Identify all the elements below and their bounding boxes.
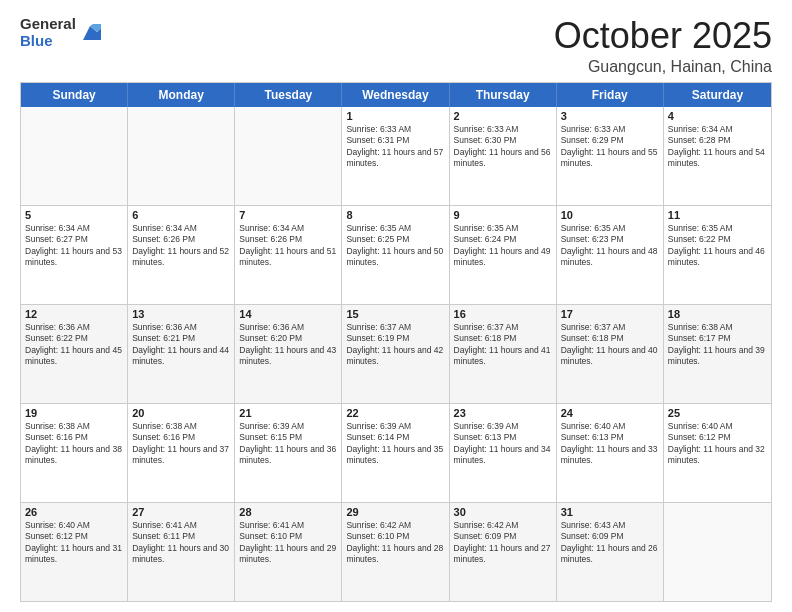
cell-info: Sunrise: 6:42 AMSunset: 6:09 PMDaylight:… [454, 520, 552, 566]
day-number: 7 [239, 209, 337, 221]
day-number: 25 [668, 407, 767, 419]
day-number: 8 [346, 209, 444, 221]
day-number: 13 [132, 308, 230, 320]
day-number: 27 [132, 506, 230, 518]
day-number: 31 [561, 506, 659, 518]
cell-info: Sunrise: 6:33 AMSunset: 6:30 PMDaylight:… [454, 124, 552, 170]
cal-cell-6: 6Sunrise: 6:34 AMSunset: 6:26 PMDaylight… [128, 206, 235, 304]
cell-info: Sunrise: 6:41 AMSunset: 6:11 PMDaylight:… [132, 520, 230, 566]
cal-cell-8: 8Sunrise: 6:35 AMSunset: 6:25 PMDaylight… [342, 206, 449, 304]
title-block: October 2025 Guangcun, Hainan, China [554, 16, 772, 76]
cal-cell-7: 7Sunrise: 6:34 AMSunset: 6:26 PMDaylight… [235, 206, 342, 304]
day-number: 29 [346, 506, 444, 518]
calendar-week-3: 12Sunrise: 6:36 AMSunset: 6:22 PMDayligh… [21, 304, 771, 403]
cell-info: Sunrise: 6:38 AMSunset: 6:16 PMDaylight:… [25, 421, 123, 467]
page: General Blue October 2025 Guangcun, Hain… [0, 0, 792, 612]
cal-cell-2: 2Sunrise: 6:33 AMSunset: 6:30 PMDaylight… [450, 107, 557, 205]
cal-cell-empty [664, 503, 771, 601]
day-number: 26 [25, 506, 123, 518]
logo-icon [79, 22, 101, 44]
day-number: 17 [561, 308, 659, 320]
cal-cell-10: 10Sunrise: 6:35 AMSunset: 6:23 PMDayligh… [557, 206, 664, 304]
cal-cell-19: 19Sunrise: 6:38 AMSunset: 6:16 PMDayligh… [21, 404, 128, 502]
day-number: 24 [561, 407, 659, 419]
cell-info: Sunrise: 6:39 AMSunset: 6:15 PMDaylight:… [239, 421, 337, 467]
cell-info: Sunrise: 6:36 AMSunset: 6:21 PMDaylight:… [132, 322, 230, 368]
cal-cell-empty [21, 107, 128, 205]
cal-cell-empty [235, 107, 342, 205]
cal-cell-11: 11Sunrise: 6:35 AMSunset: 6:22 PMDayligh… [664, 206, 771, 304]
cal-cell-31: 31Sunrise: 6:43 AMSunset: 6:09 PMDayligh… [557, 503, 664, 601]
cal-cell-23: 23Sunrise: 6:39 AMSunset: 6:13 PMDayligh… [450, 404, 557, 502]
cal-cell-21: 21Sunrise: 6:39 AMSunset: 6:15 PMDayligh… [235, 404, 342, 502]
cell-info: Sunrise: 6:36 AMSunset: 6:20 PMDaylight:… [239, 322, 337, 368]
cal-cell-1: 1Sunrise: 6:33 AMSunset: 6:31 PMDaylight… [342, 107, 449, 205]
cell-info: Sunrise: 6:36 AMSunset: 6:22 PMDaylight:… [25, 322, 123, 368]
logo: General Blue [20, 16, 101, 49]
day-number: 23 [454, 407, 552, 419]
cell-info: Sunrise: 6:34 AMSunset: 6:26 PMDaylight:… [239, 223, 337, 269]
cal-cell-4: 4Sunrise: 6:34 AMSunset: 6:28 PMDaylight… [664, 107, 771, 205]
day-number: 22 [346, 407, 444, 419]
cal-cell-20: 20Sunrise: 6:38 AMSunset: 6:16 PMDayligh… [128, 404, 235, 502]
day-number: 5 [25, 209, 123, 221]
day-number: 20 [132, 407, 230, 419]
day-number: 1 [346, 110, 444, 122]
cal-cell-27: 27Sunrise: 6:41 AMSunset: 6:11 PMDayligh… [128, 503, 235, 601]
cell-info: Sunrise: 6:33 AMSunset: 6:31 PMDaylight:… [346, 124, 444, 170]
cal-cell-30: 30Sunrise: 6:42 AMSunset: 6:09 PMDayligh… [450, 503, 557, 601]
day-number: 6 [132, 209, 230, 221]
cell-info: Sunrise: 6:43 AMSunset: 6:09 PMDaylight:… [561, 520, 659, 566]
cal-cell-24: 24Sunrise: 6:40 AMSunset: 6:13 PMDayligh… [557, 404, 664, 502]
day-number: 9 [454, 209, 552, 221]
day-number: 12 [25, 308, 123, 320]
cell-info: Sunrise: 6:35 AMSunset: 6:24 PMDaylight:… [454, 223, 552, 269]
calendar-header: SundayMondayTuesdayWednesdayThursdayFrid… [21, 83, 771, 107]
calendar-week-1: 1Sunrise: 6:33 AMSunset: 6:31 PMDaylight… [21, 107, 771, 205]
cell-info: Sunrise: 6:34 AMSunset: 6:26 PMDaylight:… [132, 223, 230, 269]
day-number: 4 [668, 110, 767, 122]
day-number: 15 [346, 308, 444, 320]
day-number: 21 [239, 407, 337, 419]
day-number: 3 [561, 110, 659, 122]
calendar-week-5: 26Sunrise: 6:40 AMSunset: 6:12 PMDayligh… [21, 502, 771, 601]
cal-cell-empty [128, 107, 235, 205]
cal-cell-5: 5Sunrise: 6:34 AMSunset: 6:27 PMDaylight… [21, 206, 128, 304]
cal-cell-25: 25Sunrise: 6:40 AMSunset: 6:12 PMDayligh… [664, 404, 771, 502]
cell-info: Sunrise: 6:34 AMSunset: 6:28 PMDaylight:… [668, 124, 767, 170]
location-subtitle: Guangcun, Hainan, China [554, 58, 772, 76]
day-number: 11 [668, 209, 767, 221]
cal-cell-29: 29Sunrise: 6:42 AMSunset: 6:10 PMDayligh… [342, 503, 449, 601]
calendar-body: 1Sunrise: 6:33 AMSunset: 6:31 PMDaylight… [21, 107, 771, 601]
cell-info: Sunrise: 6:37 AMSunset: 6:18 PMDaylight:… [561, 322, 659, 368]
day-header-sunday: Sunday [21, 83, 128, 107]
cal-cell-26: 26Sunrise: 6:40 AMSunset: 6:12 PMDayligh… [21, 503, 128, 601]
cal-cell-28: 28Sunrise: 6:41 AMSunset: 6:10 PMDayligh… [235, 503, 342, 601]
cell-info: Sunrise: 6:35 AMSunset: 6:25 PMDaylight:… [346, 223, 444, 269]
day-number: 2 [454, 110, 552, 122]
cell-info: Sunrise: 6:39 AMSunset: 6:14 PMDaylight:… [346, 421, 444, 467]
calendar-week-2: 5Sunrise: 6:34 AMSunset: 6:27 PMDaylight… [21, 205, 771, 304]
cell-info: Sunrise: 6:35 AMSunset: 6:23 PMDaylight:… [561, 223, 659, 269]
cell-info: Sunrise: 6:37 AMSunset: 6:19 PMDaylight:… [346, 322, 444, 368]
cell-info: Sunrise: 6:41 AMSunset: 6:10 PMDaylight:… [239, 520, 337, 566]
cal-cell-13: 13Sunrise: 6:36 AMSunset: 6:21 PMDayligh… [128, 305, 235, 403]
cell-info: Sunrise: 6:38 AMSunset: 6:17 PMDaylight:… [668, 322, 767, 368]
cal-cell-14: 14Sunrise: 6:36 AMSunset: 6:20 PMDayligh… [235, 305, 342, 403]
cell-info: Sunrise: 6:40 AMSunset: 6:12 PMDaylight:… [668, 421, 767, 467]
day-header-friday: Friday [557, 83, 664, 107]
day-number: 19 [25, 407, 123, 419]
day-header-monday: Monday [128, 83, 235, 107]
cal-cell-22: 22Sunrise: 6:39 AMSunset: 6:14 PMDayligh… [342, 404, 449, 502]
calendar: SundayMondayTuesdayWednesdayThursdayFrid… [20, 82, 772, 602]
cal-cell-3: 3Sunrise: 6:33 AMSunset: 6:29 PMDaylight… [557, 107, 664, 205]
calendar-week-4: 19Sunrise: 6:38 AMSunset: 6:16 PMDayligh… [21, 403, 771, 502]
day-number: 28 [239, 506, 337, 518]
cal-cell-18: 18Sunrise: 6:38 AMSunset: 6:17 PMDayligh… [664, 305, 771, 403]
cell-info: Sunrise: 6:42 AMSunset: 6:10 PMDaylight:… [346, 520, 444, 566]
day-number: 10 [561, 209, 659, 221]
day-header-saturday: Saturday [664, 83, 771, 107]
cal-cell-9: 9Sunrise: 6:35 AMSunset: 6:24 PMDaylight… [450, 206, 557, 304]
day-number: 14 [239, 308, 337, 320]
cell-info: Sunrise: 6:40 AMSunset: 6:13 PMDaylight:… [561, 421, 659, 467]
